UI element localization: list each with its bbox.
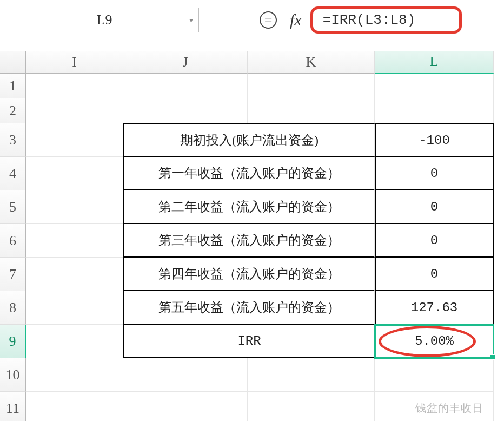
cell-I8[interactable] [26, 291, 123, 325]
row-8: 8 第五年收益（流入账户的资金） 127.63 [0, 291, 504, 325]
row-5: 5 第二年收益（流入账户的资金） 0 [0, 190, 504, 224]
row-header-7[interactable]: 7 [0, 258, 26, 291]
cell-L10[interactable] [375, 358, 494, 392]
row-3: 3 期初投入(账户流出资金) -100 [0, 123, 504, 157]
cell-K1[interactable] [248, 74, 375, 98]
row-2: 2 [0, 98, 504, 123]
cell-JK8[interactable]: 第五年收益（流入账户的资金） [123, 291, 375, 325]
cell-L6[interactable]: 0 [375, 224, 494, 258]
row-header-1[interactable]: 1 [0, 74, 26, 98]
cell-I5[interactable] [26, 190, 123, 224]
row-header-3[interactable]: 3 [0, 123, 26, 157]
row-header-2[interactable]: 2 [0, 98, 26, 123]
search-equals-icon[interactable]: = [260, 11, 277, 29]
cell-JK3[interactable]: 期初投入(账户流出资金) [123, 123, 375, 157]
formula-toolbar: L9 ▾ = fx =IRR(L3:L8) [0, 0, 504, 40]
col-header-K[interactable]: K [248, 51, 375, 74]
cell-J2[interactable] [123, 98, 248, 123]
cell-L3[interactable]: -100 [375, 123, 494, 157]
col-header-I[interactable]: I [26, 51, 123, 74]
cell-J11[interactable] [123, 392, 248, 421]
cell-I4[interactable] [26, 157, 123, 190]
grid-body: 1 2 3 期初投入(账户流出资金) -100 4 第一年收益（流入账户的资金）… [0, 74, 504, 421]
cell-JK6[interactable]: 第三年收益（流入账户的资金） [123, 224, 375, 258]
cell-J1[interactable] [123, 74, 248, 98]
cell-L7[interactable]: 0 [375, 258, 494, 291]
row-7: 7 第四年收益（流入账户的资金） 0 [0, 258, 504, 291]
spreadsheet-grid: I J K L 1 2 3 期初投入(账户流出资金) -100 [0, 51, 504, 421]
cell-K2[interactable] [248, 98, 375, 123]
row-1: 1 [0, 74, 504, 98]
cell-I9[interactable] [26, 325, 123, 358]
cell-I3[interactable] [26, 123, 123, 157]
formula-text: =IRR(L3:L8) [323, 12, 416, 28]
cell-J10[interactable] [123, 358, 248, 392]
row-header-11[interactable]: 11 [0, 392, 26, 421]
cell-K11[interactable] [248, 392, 375, 421]
cell-L5[interactable]: 0 [375, 190, 494, 224]
row-header-5[interactable]: 5 [0, 190, 26, 224]
cell-L1[interactable] [375, 74, 494, 98]
row-9: 9 IRR 5.00% [0, 325, 504, 358]
col-header-L[interactable]: L [375, 51, 494, 74]
name-box-value: L9 [97, 12, 112, 28]
cell-L8[interactable]: 127.63 [375, 291, 494, 325]
cell-JK7[interactable]: 第四年收益（流入账户的资金） [123, 258, 375, 291]
cell-L4[interactable]: 0 [375, 157, 494, 190]
row-header-10[interactable]: 10 [0, 358, 26, 392]
row-header-6[interactable]: 6 [0, 224, 26, 258]
cell-JK4[interactable]: 第一年收益（流入账户的资金） [123, 157, 375, 190]
cell-K10[interactable] [248, 358, 375, 392]
cell-L9[interactable]: 5.00% [375, 325, 494, 358]
row-10: 10 [0, 358, 504, 392]
row-6: 6 第三年收益（流入账户的资金） 0 [0, 224, 504, 258]
column-headers: I J K L [0, 51, 504, 74]
watermark-text: 钱盆的丰收日 [415, 401, 483, 416]
cell-JK9[interactable]: IRR [123, 325, 375, 358]
cell-I7[interactable] [26, 258, 123, 291]
row-header-8[interactable]: 8 [0, 291, 26, 325]
col-header-J[interactable]: J [123, 51, 248, 74]
select-all-corner[interactable] [0, 51, 26, 74]
cell-JK5[interactable]: 第二年收益（流入账户的资金） [123, 190, 375, 224]
row-4: 4 第一年收益（流入账户的资金） 0 [0, 157, 504, 190]
cell-I2[interactable] [26, 98, 123, 123]
cell-I11[interactable] [26, 392, 123, 421]
cell-I1[interactable] [26, 74, 123, 98]
formula-bar[interactable]: =IRR(L3:L8) [310, 6, 462, 34]
cell-I6[interactable] [26, 224, 123, 258]
selection-fill-handle[interactable] [490, 354, 495, 360]
row-header-4[interactable]: 4 [0, 157, 26, 190]
cell-I10[interactable] [26, 358, 123, 392]
fx-icon[interactable]: fx [290, 11, 302, 29]
row-header-9[interactable]: 9 [0, 325, 26, 358]
chevron-down-icon[interactable]: ▾ [189, 16, 193, 25]
cell-L2[interactable] [375, 98, 494, 123]
name-box[interactable]: L9 ▾ [10, 8, 199, 32]
